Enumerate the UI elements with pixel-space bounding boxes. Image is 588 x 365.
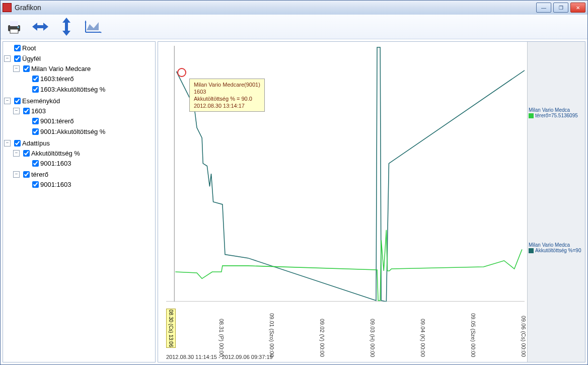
chart-icon [84, 19, 102, 34]
app-window: Grafikon — ❐ ✕ [0, 0, 588, 365]
legend-item: Milan Vario Medca Akkutöltöttség %=90 [529, 242, 581, 253]
client-checkbox[interactable] [23, 65, 30, 72]
x-tick-label: 09.06 (Cs) 00:00 [521, 316, 527, 357]
tree-label: Eseménykód [22, 97, 60, 105]
data-tooltip: Milan Vario Medcare(9001) 1603 Akkutöltö… [189, 79, 265, 112]
tree-label: Adattípus [22, 139, 50, 147]
tree-ad-terero[interactable]: − térerő [13, 170, 155, 179]
tree-label: 9001:térerő [40, 117, 74, 125]
collapse-icon[interactable]: − [13, 108, 20, 114]
tree-item[interactable]: 9001:térerő [22, 116, 155, 126]
tree-label: Akkutöltöttség % [31, 150, 80, 157]
tooltip-line: Akkutöltöttség % = 90.0 [194, 95, 260, 102]
legend-name: Milan Vario Medca [529, 107, 570, 113]
tree-label: 1603 [31, 107, 46, 115]
horizontal-arrows-icon [30, 19, 50, 34]
legend-value: Akkutöltöttség %=90 [535, 248, 581, 253]
tree-adattipus[interactable]: − Adattípus [4, 138, 155, 148]
tree-item[interactable]: 9001:1603 [22, 159, 155, 168]
tree-label: 1603:térerő [40, 75, 74, 83]
tree-label: térerő [31, 171, 48, 178]
svg-rect-1 [10, 21, 18, 26]
legend-color-icon [529, 248, 534, 253]
tree-panel[interactable]: Root − Ügyfél − Milan Va [3, 41, 156, 362]
tree-label: 1603:Akkutöltöttség % [40, 86, 105, 93]
vertical-arrows-icon [59, 17, 74, 37]
esemeny-checkbox[interactable] [14, 98, 21, 104]
x-tick-label: 09.04 (K) 00:00 [420, 319, 426, 357]
leaf-checkbox[interactable] [32, 76, 39, 82]
svg-rect-2 [10, 29, 18, 33]
es1603-checkbox[interactable] [23, 108, 30, 114]
collapse-icon[interactable]: − [13, 150, 20, 157]
tree-item[interactable]: 1603:térerő [22, 74, 155, 84]
tree-item[interactable]: 9001:Akkutöltöttség % [22, 127, 155, 136]
tree-item[interactable]: 9001:1603 [22, 180, 155, 189]
ugyfel-checkbox[interactable] [14, 55, 21, 62]
tooltip-line: Milan Vario Medcare(9001) [194, 81, 260, 88]
tooltip-line: 1603 [194, 88, 260, 95]
collapse-icon[interactable]: − [4, 55, 11, 62]
printer-icon [5, 19, 23, 34]
leaf-checkbox[interactable] [32, 86, 39, 93]
highlight-marker-icon [177, 68, 186, 77]
tree-label: Root [22, 44, 36, 52]
collapse-icon[interactable]: − [13, 65, 20, 72]
toolbar [1, 15, 587, 39]
collapse-icon[interactable]: − [13, 171, 20, 178]
leaf-checkbox[interactable] [32, 160, 39, 167]
tree-label: 9001:Akkutöltöttség % [40, 128, 105, 135]
leaf-checkbox[interactable] [32, 128, 39, 135]
horizontal-stretch-button[interactable] [30, 18, 51, 36]
tree-ugyfel[interactable]: − Ügyfél [4, 54, 155, 63]
legend-name: Milan Vario Medca [529, 242, 570, 248]
tree-root[interactable]: Root [4, 43, 155, 53]
close-button[interactable]: ✕ [570, 3, 585, 13]
legend-value: térerő=75.5136095 [535, 113, 578, 118]
tree-label: Milan Vario Medcare [31, 65, 91, 72]
svg-point-3 [18, 27, 19, 28]
collapse-icon[interactable]: − [4, 98, 11, 104]
legend-panel: Milan Vario Medca térerő=75.5136095 Mila… [527, 42, 585, 362]
tree-ugyfel-client[interactable]: − Milan Vario Medcare [13, 64, 155, 74]
tree-label: 9001:1603 [40, 160, 71, 167]
root-checkbox[interactable] [14, 45, 21, 51]
plot-area[interactable]: Milan Vario Medcare(9001) 1603 Akkutöltö… [166, 46, 525, 302]
leaf-checkbox[interactable] [32, 118, 39, 124]
tree-esemenykod[interactable]: − Eseménykód [4, 96, 155, 106]
x-tick-label: 09.02 (V) 00:00 [319, 319, 325, 357]
tooltip-line: 2012.08.30 13:14:17 [194, 102, 260, 109]
tree-item[interactable]: 1603:Akkutöltöttség % [22, 85, 155, 94]
tree-ad-akku[interactable]: − Akkutöltöttség % [13, 149, 155, 158]
leaf-checkbox[interactable] [32, 181, 39, 188]
terero-checkbox[interactable] [23, 171, 30, 178]
content-area: Root − Ügyfél − Milan Va [1, 39, 587, 364]
akku-checkbox[interactable] [23, 150, 30, 157]
restore-button[interactable]: ❐ [553, 3, 568, 13]
legend-color-icon [529, 113, 534, 118]
x-tick-label: 08.31 (P) 00:00 [218, 319, 225, 357]
chart-panel[interactable]: Milan Vario Medcare(9001) 1603 Akkutöltö… [158, 41, 585, 362]
cursor-time-label: 08.30 (Cs) 13:06 [166, 309, 176, 348]
x-tick-label: 09.03 (H) 00:00 [370, 319, 376, 357]
print-button[interactable] [4, 18, 25, 36]
tree-label: Ügyfél [22, 55, 41, 62]
titlebar[interactable]: Grafikon — ❐ ✕ [1, 1, 587, 15]
tree-es-1603[interactable]: − 1603 [13, 106, 155, 116]
vertical-stretch-button[interactable] [56, 18, 77, 36]
app-icon [3, 3, 12, 12]
x-range-footer: 2012.08.30 11:14:15 - 2012.09.06 09:37:1… [166, 354, 273, 360]
chart-type-button[interactable] [82, 18, 103, 36]
collapse-icon[interactable]: − [4, 140, 11, 147]
tree-label: 9001:1603 [40, 181, 71, 188]
legend-item: Milan Vario Medca térerő=75.5136095 [529, 107, 578, 118]
adattipus-checkbox[interactable] [14, 140, 21, 147]
x-tick-label: 09.05 (Sze) 00:00 [470, 313, 476, 357]
window-title: Grafikon [15, 4, 536, 12]
x-tick-label: 09.01 (Szo) 00:00 [269, 313, 275, 357]
minimize-button[interactable]: — [536, 3, 551, 13]
